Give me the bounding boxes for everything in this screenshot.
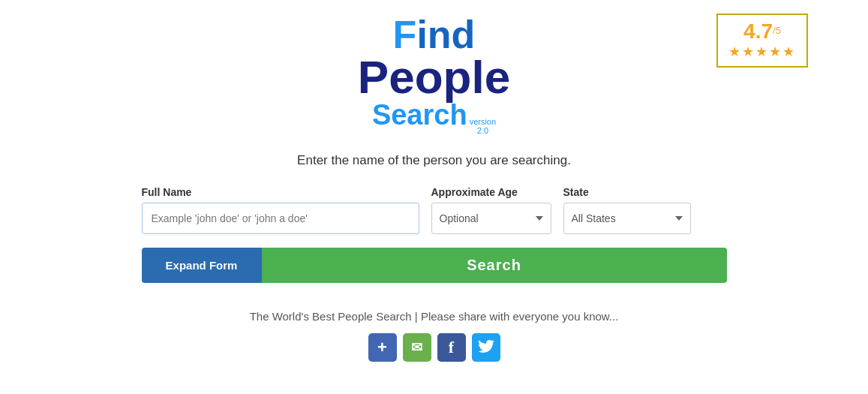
facebook-icon: f: [449, 338, 454, 357]
logo-row2: People: [358, 54, 510, 101]
twitter-button[interactable]: [472, 333, 500, 362]
rating-score: 4.7/5: [728, 21, 796, 42]
full-name-group: Full Name: [142, 186, 419, 234]
age-group: Approximate Age Optional 18-24 25-34 35-…: [431, 186, 551, 234]
share-icon: +: [377, 338, 387, 357]
search-button[interactable]: Search: [262, 248, 727, 283]
expand-form-button[interactable]: Expand Form: [142, 248, 262, 283]
share-button[interactable]: +: [368, 333, 397, 362]
full-name-label: Full Name: [142, 186, 419, 198]
social-row: + ✉ f: [368, 333, 500, 362]
age-select[interactable]: Optional 18-24 25-34 35-44 45-54 55-64 6…: [431, 203, 551, 234]
logo-people: People: [358, 54, 510, 101]
footer-text: The World's Best People Search | Please …: [250, 310, 619, 323]
logo-version: version2.0: [470, 117, 496, 135]
buttons-row: Expand Form Search: [142, 248, 727, 283]
logo-area: Find People Search version2.0: [358, 15, 510, 135]
full-name-input[interactable]: [142, 203, 419, 234]
state-group: State All States Alabama Alaska Arizona …: [563, 186, 691, 234]
twitter-icon: [478, 339, 494, 356]
rating-stars: ★★★★★: [728, 44, 796, 60]
logo-find: Find: [393, 15, 476, 54]
form-section: Full Name Approximate Age Optional 18-24…: [142, 186, 727, 283]
email-icon: ✉: [411, 339, 422, 356]
rating-number: 4.7: [743, 20, 773, 43]
logo-row3: Search version2.0: [358, 101, 510, 135]
facebook-button[interactable]: f: [437, 333, 466, 362]
rating-badge: 4.7/5 ★★★★★: [716, 14, 808, 68]
state-label: State: [563, 186, 691, 198]
logo-search: Search: [372, 101, 467, 129]
state-select[interactable]: All States Alabama Alaska Arizona Califo…: [563, 203, 691, 234]
logo-row1: Find: [358, 15, 510, 54]
form-fields: Full Name Approximate Age Optional 18-24…: [142, 186, 727, 234]
rating-superscript: /5: [773, 25, 781, 36]
tagline: Enter the name of the person you are sea…: [297, 153, 571, 168]
page-wrapper: 4.7/5 ★★★★★ Find People Search version2.…: [0, 0, 868, 384]
email-button[interactable]: ✉: [403, 333, 431, 362]
age-label: Approximate Age: [431, 186, 551, 198]
